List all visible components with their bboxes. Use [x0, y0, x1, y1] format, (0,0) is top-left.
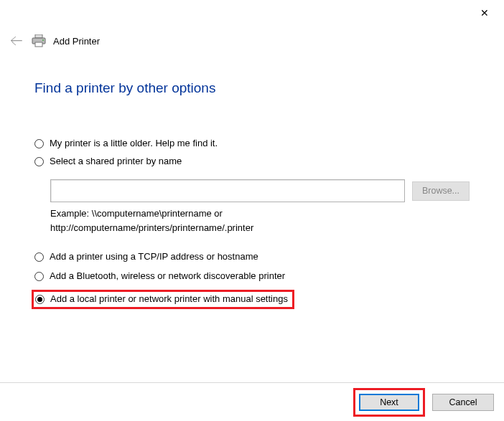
next-button[interactable]: Next [359, 394, 419, 411]
radio-icon [34, 157, 44, 166]
back-button[interactable]: 🡠 [9, 33, 24, 49]
example-line-2: http://computername/printers/printername… [50, 222, 253, 233]
option-label: Add a Bluetooth, wireless or network dis… [50, 270, 285, 281]
option-bluetooth[interactable]: Add a Bluetooth, wireless or network dis… [34, 270, 480, 281]
radio-icon [34, 272, 44, 281]
option-label: My printer is a little older. Help me fi… [50, 138, 218, 148]
option-local-highlight: Add a local printer or network printer w… [32, 290, 294, 309]
radio-icon [35, 295, 45, 304]
next-button-highlight: Next [353, 388, 425, 417]
option-local[interactable]: Add a local printer or network printer w… [35, 293, 288, 304]
browse-button: Browse... [412, 181, 470, 201]
shared-example-text: Example: \\computername\printername or h… [50, 207, 409, 235]
radio-icon [34, 252, 44, 262]
shared-printer-row: Browse... [50, 179, 480, 202]
close-icon: ✕ [480, 8, 489, 18]
close-button[interactable]: ✕ [470, 3, 500, 23]
add-printer-dialog: ✕ 🡠 Add Printer Find a printer by other … [0, 0, 504, 421]
page-heading: Find a printer by other options [34, 80, 215, 96]
printer-icon [32, 34, 46, 47]
back-arrow-icon: 🡠 [10, 34, 23, 49]
option-label: Add a local printer or network printer w… [50, 293, 288, 304]
svg-rect-0 [35, 34, 42, 38]
svg-point-3 [42, 39, 44, 41]
option-tcpip[interactable]: Add a printer using a TCP/IP address or … [34, 251, 480, 262]
svg-rect-2 [35, 42, 42, 47]
dialog-footer: Next Cancel [0, 382, 504, 421]
radio-icon [34, 139, 44, 148]
dialog-title: Add Printer [53, 36, 100, 47]
option-shared-printer[interactable]: Select a shared printer by name [34, 156, 480, 166]
options-group: My printer is a little older. Help me fi… [34, 138, 480, 309]
cancel-button[interactable]: Cancel [432, 394, 494, 411]
shared-printer-input[interactable] [50, 179, 405, 202]
example-line-1: Example: \\computername\printername or [50, 208, 223, 219]
option-label: Select a shared printer by name [50, 156, 182, 166]
option-label: Add a printer using a TCP/IP address or … [50, 251, 258, 262]
dialog-header: 🡠 Add Printer [9, 33, 100, 49]
option-older-printer[interactable]: My printer is a little older. Help me fi… [34, 138, 480, 148]
